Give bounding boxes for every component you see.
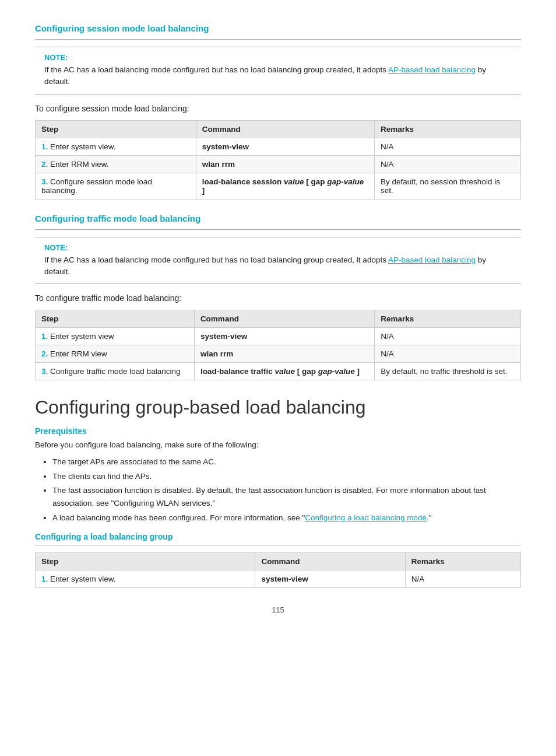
cmd-cell: load-balance session value [ gap gap-val…: [196, 173, 374, 199]
remarks-cell: N/A: [375, 138, 521, 155]
list-item: The fast association function is disable…: [52, 484, 521, 509]
divider3: [35, 545, 521, 545]
big-section-heading: Configuring group-based load balancing: [35, 397, 521, 418]
section1-heading: Configuring session mode load balancing: [35, 23, 521, 33]
cmd-cell: system-view: [196, 138, 374, 155]
remarks-cell: N/A: [375, 328, 521, 345]
section2-table-header-row: Step Command Remarks: [36, 310, 521, 328]
note2-label: NOTE:: [44, 243, 512, 252]
lb-col-command: Command: [255, 553, 405, 570]
section2-col-command: Command: [194, 310, 374, 328]
step-cell: 3. Configure session mode load balancing…: [36, 173, 196, 199]
step-cell: 3. Configure traffic mode load balancing: [36, 363, 195, 380]
table-row: 1. Enter system view. system-view N/A: [36, 570, 521, 588]
section2: Configuring traffic mode load balancing …: [35, 214, 521, 381]
note2-link[interactable]: AP-based load balancing: [388, 256, 476, 264]
section2-table: Step Command Remarks 1. Enter system vie…: [35, 310, 521, 380]
remarks-cell: By default, no traffic threshold is set.: [375, 363, 521, 380]
prereq-list: The target APs are associated to the sam…: [52, 456, 521, 524]
divider2: [35, 229, 521, 230]
table-row: 2. Enter RRM view. wlan rrm N/A: [36, 155, 521, 173]
page-number: 115: [35, 606, 521, 614]
list-item: A load balancing mode has been configure…: [52, 512, 521, 524]
section2-intro: To configure traffic mode load balancing…: [35, 293, 521, 303]
section2-col-remarks: Remarks: [375, 310, 521, 328]
divider1: [35, 39, 521, 40]
remarks-cell: N/A: [375, 345, 521, 363]
lb-group-table: Step Command Remarks 1. Enter system vie…: [35, 552, 521, 588]
list-item: The target APs are associated to the sam…: [52, 456, 521, 468]
note1-text-before: If the AC has a load balancing mode conf…: [44, 65, 388, 74]
section2-heading: Configuring traffic mode load balancing: [35, 214, 521, 223]
prereq-heading: Prerequisites: [35, 426, 521, 436]
section1-col-command: Command: [196, 120, 374, 138]
list-item: The clients can find the APs.: [52, 470, 521, 483]
big-section: Configuring group-based load balancing P…: [35, 397, 521, 588]
note2: NOTE: If the AC has a load balancing mod…: [35, 237, 521, 285]
table-row: 3. Configure session mode load balancing…: [36, 173, 521, 199]
note1-text: If the AC has a load balancing mode conf…: [44, 64, 512, 88]
table-row: 1. Enter system view. system-view N/A: [36, 138, 521, 155]
table-row: 1. Enter system view system-view N/A: [36, 328, 521, 345]
cmd-cell: load-balance traffic value [ gap gap-val…: [194, 363, 374, 380]
step-cell: 1. Enter system view: [36, 328, 195, 345]
step-cell: 2. Enter RRM view.: [36, 155, 196, 173]
note2-text: If the AC has a load balancing mode conf…: [44, 254, 512, 278]
cmd-cell: wlan rrm: [194, 345, 374, 363]
lb-table-header-row: Step Command Remarks: [36, 553, 521, 570]
note1-label: NOTE:: [44, 53, 512, 62]
remarks-cell: By default, no session threshold is set.: [375, 173, 521, 199]
lb-col-step: Step: [36, 553, 255, 570]
step-cell: 1. Enter system view.: [36, 138, 196, 155]
lb-group-heading: Configuring a load balancing group: [35, 532, 521, 541]
table-row: 2. Enter RRM view wlan rrm N/A: [36, 345, 521, 363]
cmd-cell: system-view: [194, 328, 374, 345]
lb-col-remarks: Remarks: [405, 553, 520, 570]
lb-mode-link[interactable]: Configuring a load balancing mode: [305, 513, 427, 522]
section2-col-step: Step: [36, 310, 195, 328]
remarks-cell: N/A: [375, 155, 521, 173]
cmd-cell: wlan rrm: [196, 155, 374, 173]
section1-intro: To configure session mode load balancing…: [35, 104, 521, 113]
section1-col-remarks: Remarks: [375, 120, 521, 138]
note1-link[interactable]: AP-based load balancing: [388, 65, 476, 74]
section1-col-step: Step: [36, 120, 196, 138]
note2-text-before: If the AC has a load balancing mode conf…: [44, 256, 388, 264]
note1: NOTE: If the AC has a load balancing mod…: [35, 47, 521, 94]
table-row: 3. Configure traffic mode load balancing…: [36, 363, 521, 380]
cmd-cell: system-view: [255, 570, 405, 588]
prereq-intro: Before you configure load balancing, mak…: [35, 439, 521, 451]
step-cell: 1. Enter system view.: [36, 570, 255, 588]
step-cell: 2. Enter RRM view: [36, 345, 195, 363]
section1: Configuring session mode load balancing …: [35, 23, 521, 200]
remarks-cell: N/A: [405, 570, 520, 588]
section1-table-header-row: Step Command Remarks: [36, 120, 521, 138]
section1-table: Step Command Remarks 1. Enter system vie…: [35, 120, 521, 200]
